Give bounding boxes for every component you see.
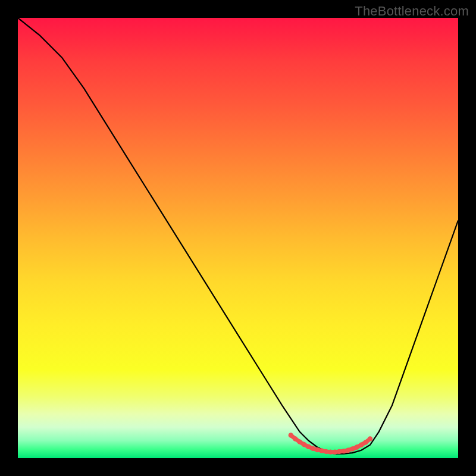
optimal-range-dot — [359, 443, 364, 447]
watermark-text: TheBottleneck.com — [355, 4, 469, 19]
optimal-range-dot — [302, 442, 306, 447]
optimal-range-dot — [346, 447, 350, 452]
optimal-range-dot — [311, 446, 315, 451]
optimal-range-dot — [324, 449, 328, 454]
chart-svg — [18, 18, 458, 458]
optimal-range-dot — [293, 436, 298, 441]
optimal-range-dot — [363, 440, 368, 444]
optimal-range-dot — [350, 446, 355, 451]
optimal-range-dot — [333, 449, 337, 454]
optimal-range-dot — [337, 449, 342, 454]
bottleneck-curve — [18, 18, 458, 454]
plot-area — [18, 18, 458, 458]
optimal-range-dot — [341, 449, 346, 453]
optimal-range-dot — [319, 448, 324, 453]
chart-container: TheBottleneck.com — [0, 0, 476, 476]
optimal-range-dot — [355, 444, 359, 449]
optimal-range-dot — [306, 444, 311, 449]
optimal-range-dot — [315, 447, 320, 452]
optimal-range-dot — [289, 433, 293, 437]
optimal-range-dot — [368, 436, 372, 441]
optimal-range-dot — [328, 449, 333, 454]
optimal-range-dot — [297, 439, 302, 444]
